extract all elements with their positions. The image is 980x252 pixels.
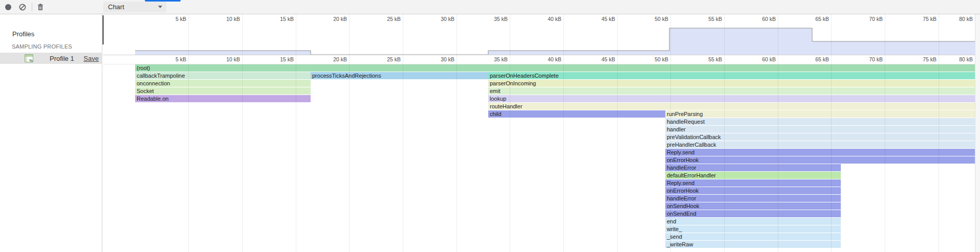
profile-document-icon: %	[25, 54, 33, 62]
flame-frame[interactable]: child	[488, 110, 665, 118]
ruler-tick-label: 80 kB	[943, 16, 973, 22]
flame-chart-pane: 5 kB5 kB10 kB10 kB15 kB15 kB20 kB20 kB25…	[103, 14, 975, 252]
flame-frame[interactable]: parserOnIncoming	[488, 80, 975, 87]
ruler-tick-label: 70 kB	[853, 16, 883, 22]
ruler-tick-label: 75 kB	[907, 56, 937, 62]
flame-frame[interactable]: preHandlerCallback	[665, 141, 975, 148]
flame-frame[interactable]: Reply.send	[665, 149, 975, 156]
ruler-tick-label: 25 kB	[371, 56, 401, 62]
ruler-tick-label: 45 kB	[585, 56, 615, 62]
devtools-profiler-panel: Chart Profiles SAMPLING PROFILES % Profi…	[0, 0, 980, 252]
flame-frame[interactable]: Readable.on	[135, 95, 311, 102]
flame-frame[interactable]: lookup	[488, 95, 975, 102]
chart-view-dropdown-label: Chart	[108, 3, 124, 11]
save-profile-link[interactable]: Save	[83, 55, 99, 62]
clear-icon[interactable]	[18, 3, 27, 11]
vertical-scrollbar-thumb[interactable]	[102, 15, 104, 44]
profiles-sidebar: Profiles SAMPLING PROFILES % Profile 1 S…	[0, 14, 102, 252]
ruler-tick-label: 10 kB	[210, 56, 240, 62]
ruler-tick-label: 20 kB	[317, 56, 347, 62]
flame-frame[interactable]: onErrorHook	[665, 156, 975, 164]
vertical-scrollbar[interactable]	[975, 14, 980, 252]
ruler-tick-label: 65 kB	[799, 16, 829, 22]
ruler-tick-label: 40 kB	[532, 16, 561, 22]
flame-frame[interactable]: end	[665, 218, 841, 225]
ruler-tick-label: 10 kB	[210, 16, 240, 22]
flame-frame[interactable]: onErrorHook	[665, 187, 841, 194]
flame-frame[interactable]: preValidationCallback	[665, 133, 975, 141]
divider	[103, 55, 975, 55]
chart-view-dropdown[interactable]: Chart	[103, 2, 166, 12]
chevron-down-icon	[158, 6, 162, 8]
flame-frame[interactable]: processTicksAndRejections	[311, 72, 488, 79]
ruler-tick-label: 65 kB	[799, 56, 829, 62]
ruler-tick-label: 25 kB	[371, 16, 401, 22]
ruler-tick-label: 30 kB	[425, 56, 454, 62]
flame-frame[interactable]: onSendEnd	[665, 210, 841, 217]
flame-frame[interactable]: handleRequest	[665, 118, 975, 125]
flame-frame[interactable]: write_	[665, 225, 841, 233]
profile-name: Profile 1	[50, 55, 74, 62]
ruler-tick-label: 20 kB	[317, 16, 347, 22]
flame-frame[interactable]: _send	[665, 233, 841, 240]
flame-frame[interactable]: runPreParsing	[665, 110, 975, 118]
ruler-tick-label: 70 kB	[853, 56, 883, 62]
ruler-tick-label: 50 kB	[639, 16, 668, 22]
ruler-tick-label: 15 kB	[264, 16, 294, 22]
flame-frame[interactable]: parserOnHeadersComplete	[488, 72, 975, 79]
ruler-tick-label: 45 kB	[585, 16, 615, 22]
flame-frame[interactable]: defaultErrorHandler	[665, 172, 841, 179]
ruler-tick-label: 35 kB	[478, 56, 508, 62]
flame-frame[interactable]: handler	[665, 126, 975, 133]
ruler-tick-label: 30 kB	[425, 16, 454, 22]
flame-frame[interactable]: handleError	[665, 195, 841, 202]
overview-area-chart	[103, 21, 975, 55]
flame-frame[interactable]: callbackTrampoline	[135, 72, 311, 79]
ruler-tick-label: 55 kB	[692, 16, 722, 22]
ruler-tick-label: 40 kB	[532, 56, 561, 62]
flame-frame[interactable]: emit	[488, 87, 975, 95]
sampling-profiles-section-label: SAMPLING PROFILES	[12, 43, 72, 50]
ruler-tick-label: 5 kB	[157, 56, 186, 62]
ruler-tick-label: 55 kB	[692, 56, 722, 62]
ruler-tick-label: 15 kB	[264, 56, 294, 62]
flame-frame[interactable]: _writeRaw	[665, 241, 841, 248]
ruler-tick-label: 60 kB	[746, 16, 776, 22]
record-icon[interactable]	[4, 3, 12, 11]
sidebar-title: Profiles	[12, 30, 34, 38]
flame-frame[interactable]: routeHandler	[488, 103, 975, 110]
ruler-tick-label: 35 kB	[478, 16, 508, 22]
ruler-tick-label: 60 kB	[746, 56, 776, 62]
flame-frame[interactable]: onconnection	[135, 80, 311, 87]
trash-icon[interactable]	[36, 3, 45, 11]
flame-frame[interactable]: (root)	[135, 64, 975, 72]
ruler-tick-label: 5 kB	[157, 16, 186, 22]
flame-frame[interactable]: onSendHook	[665, 202, 841, 210]
ruler-tick-label: 50 kB	[639, 56, 668, 62]
ruler-tick-label: 75 kB	[907, 16, 937, 22]
flame-frame[interactable]: Reply.send	[665, 179, 841, 187]
toolbar-divider	[32, 3, 32, 11]
flame-frame[interactable]: Socket	[135, 87, 311, 95]
flame-frame[interactable]: handleError	[665, 164, 841, 171]
sidebar-item-profile-1[interactable]: % Profile 1 Save	[0, 53, 102, 64]
profiler-toolbar: Chart	[0, 0, 980, 14]
ruler-tick-label: 80 kB	[943, 56, 973, 62]
